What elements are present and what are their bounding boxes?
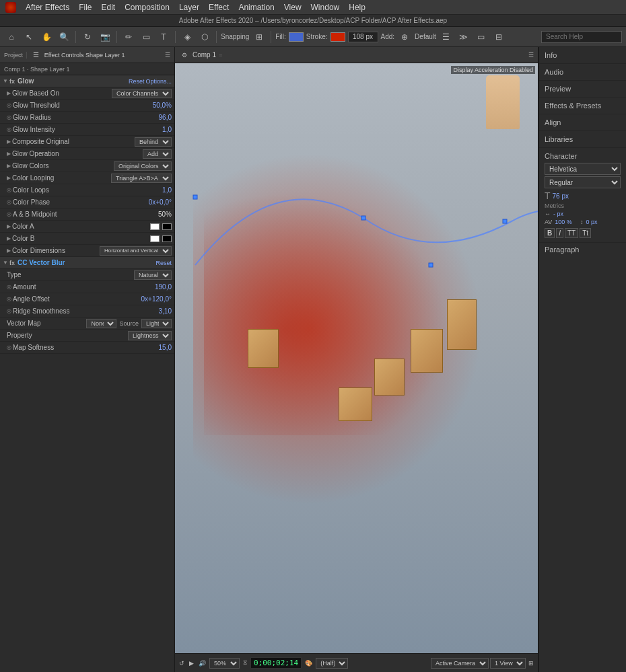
menu-animation[interactable]: Animation xyxy=(238,3,274,12)
glow-intensity-val[interactable]: 1,0 xyxy=(162,126,172,133)
ccvb-angle-val[interactable]: 0x+120,0° xyxy=(141,295,172,303)
color-mode-btn[interactable]: 🎨 xyxy=(304,660,314,667)
ccvb-type-select[interactable]: Natural xyxy=(134,270,172,280)
color-loops-val[interactable]: 1,0 xyxy=(162,186,172,194)
color-looping-select[interactable]: Triangle A>B>A xyxy=(111,174,172,183)
font-style-select[interactable]: Regular xyxy=(545,176,621,188)
menu-after-effects[interactable]: After Effects xyxy=(26,3,69,12)
ccvb-ridge-val[interactable]: 3,10 xyxy=(159,307,172,315)
toggle-btn[interactable]: ⊟ xyxy=(491,30,506,44)
default-menu-btn[interactable]: ☰ xyxy=(439,30,454,44)
glow-colors-expand[interactable]: ▶ xyxy=(7,163,11,169)
color-phase-val[interactable]: 0x+0,0° xyxy=(149,198,172,206)
audio-item[interactable]: Audio xyxy=(539,64,626,81)
ccvb-source-select[interactable]: Lightness xyxy=(141,319,172,328)
view-select[interactable]: 1 View xyxy=(490,658,526,669)
bold-btn[interactable]: B xyxy=(545,228,555,238)
timecode-btn[interactable]: ⧖ xyxy=(242,659,248,667)
ccvb-expand-icon[interactable]: ▼ xyxy=(3,260,8,266)
effect-controls-tab[interactable]: ☰ xyxy=(30,50,42,60)
glow-op-expand[interactable]: ▶ xyxy=(7,151,11,157)
color-dimensions-select[interactable]: Horizontal and Vertical xyxy=(100,246,172,256)
puppet-btn[interactable]: ◈ xyxy=(180,30,195,44)
effects-presets-item[interactable]: Effects & Presets xyxy=(539,98,626,114)
ccvb-vecmap-none[interactable]: None xyxy=(86,319,116,328)
align-item[interactable]: Align xyxy=(539,114,626,131)
glow-expand-icon[interactable]: ▼ xyxy=(3,78,8,84)
ccvb-amount-val[interactable]: 190,0 xyxy=(155,283,172,291)
libraries-item[interactable]: Libraries xyxy=(539,131,626,148)
glow-based-expand[interactable]: ▶ xyxy=(7,90,11,96)
comp-settings-btn[interactable]: ⚙ xyxy=(179,50,190,61)
glow-based-on-select[interactable]: Color Channels xyxy=(112,89,172,98)
composite-select[interactable]: Behind xyxy=(135,137,172,147)
menu-layer[interactable]: Layer xyxy=(179,3,199,12)
fill-swatch[interactable] xyxy=(289,32,304,42)
menu-view[interactable]: View xyxy=(284,3,302,12)
stroke-swatch[interactable] xyxy=(331,32,345,42)
color-a-swatch[interactable] xyxy=(150,223,160,230)
ccvb-reset-btn[interactable]: Reset xyxy=(155,260,172,266)
paragraph-item[interactable]: Paragraph xyxy=(539,243,626,256)
preview-item[interactable]: Preview xyxy=(539,81,626,98)
search-input[interactable] xyxy=(541,31,622,43)
ccvb-mapsoftness-val[interactable]: 15,0 xyxy=(159,344,172,351)
font-select[interactable]: Helvetica xyxy=(545,163,621,175)
comp-viewport[interactable]: Display Acceleration Disabled xyxy=(175,63,538,653)
color-mode-select[interactable]: (Half) xyxy=(316,658,348,669)
preview-btn[interactable]: ▶ xyxy=(188,660,195,667)
color-b-swatch2[interactable] xyxy=(162,235,172,242)
tracking-val[interactable]: - px xyxy=(553,211,563,217)
snapping-btn[interactable]: ⊞ xyxy=(252,30,267,44)
vert-scale-val[interactable]: 0 px xyxy=(586,219,597,225)
glow-reset-btn[interactable]: Reset xyxy=(129,78,145,85)
glow-section[interactable]: ▼ fx Glow Reset Options... xyxy=(0,75,174,87)
text-btn[interactable]: T xyxy=(156,30,171,44)
ec-menu-btn[interactable]: ☰ xyxy=(165,52,170,59)
color-loop-expand[interactable]: ▶ xyxy=(7,175,11,181)
ab-midpoint-val[interactable]: 50% xyxy=(158,211,172,218)
glow-threshold-val[interactable]: 50,0% xyxy=(153,102,172,109)
font-size-val[interactable]: 76 px xyxy=(553,192,569,200)
menu-effect[interactable]: Effect xyxy=(209,3,229,12)
menu-help[interactable]: Help xyxy=(349,3,366,12)
menu-window[interactable]: Window xyxy=(311,3,340,12)
stroke-width-input[interactable] xyxy=(348,32,378,42)
color-a-swatch2[interactable] xyxy=(162,223,172,230)
ccvb-section[interactable]: ▼ fx CC Vector Blur Reset xyxy=(0,257,174,269)
glow-radius-val[interactable]: 96,0 xyxy=(159,114,172,121)
kerning-val[interactable]: 100 % xyxy=(555,219,572,225)
menu-composition[interactable]: Composition xyxy=(125,3,170,12)
arrow-btn[interactable]: ↖ xyxy=(22,30,36,44)
composite-expand[interactable]: ▶ xyxy=(7,139,11,145)
caps-btn[interactable]: TT xyxy=(565,228,578,238)
shape-btn[interactable]: ⬡ xyxy=(197,30,212,44)
ccvb-property-select[interactable]: Lightness xyxy=(128,331,172,340)
reset-btn[interactable]: ↺ xyxy=(178,660,186,667)
menu-edit[interactable]: Edit xyxy=(101,3,115,12)
rect-btn[interactable]: ▭ xyxy=(139,30,153,44)
cam-btn[interactable]: 📷 xyxy=(98,30,112,44)
small-caps-btn[interactable]: Tt xyxy=(580,228,591,238)
menu-file[interactable]: File xyxy=(79,3,92,12)
info-item[interactable]: Info xyxy=(539,47,626,64)
expand-btn[interactable]: ≫ xyxy=(456,30,471,44)
rotate-btn[interactable]: ↻ xyxy=(80,30,95,44)
color-b-swatch[interactable] xyxy=(150,235,160,242)
home-btn[interactable]: ⌂ xyxy=(4,30,19,44)
zoom-btn[interactable]: 🔍 xyxy=(57,30,71,44)
audio-btn[interactable]: 🔊 xyxy=(197,660,207,667)
hand-btn[interactable]: ✋ xyxy=(39,30,54,44)
camera-select[interactable]: Active Camera xyxy=(431,658,489,669)
monitor-btn[interactable]: ▭ xyxy=(474,30,489,44)
zoom-select[interactable]: 50% xyxy=(209,658,240,669)
glow-colors-select[interactable]: Original Colors xyxy=(114,161,172,171)
glow-operation-select[interactable]: Add xyxy=(143,149,172,159)
comp-menu-btn[interactable]: ☰ xyxy=(528,52,534,59)
project-tab[interactable]: Project xyxy=(4,52,23,59)
pen-btn[interactable]: ✏ xyxy=(121,30,136,44)
italic-btn[interactable]: I xyxy=(556,228,563,238)
glow-options-btn[interactable]: Options... xyxy=(145,78,172,85)
layout-btn[interactable]: ⊞ xyxy=(527,660,535,667)
add-btn[interactable]: ⊕ xyxy=(397,30,412,44)
